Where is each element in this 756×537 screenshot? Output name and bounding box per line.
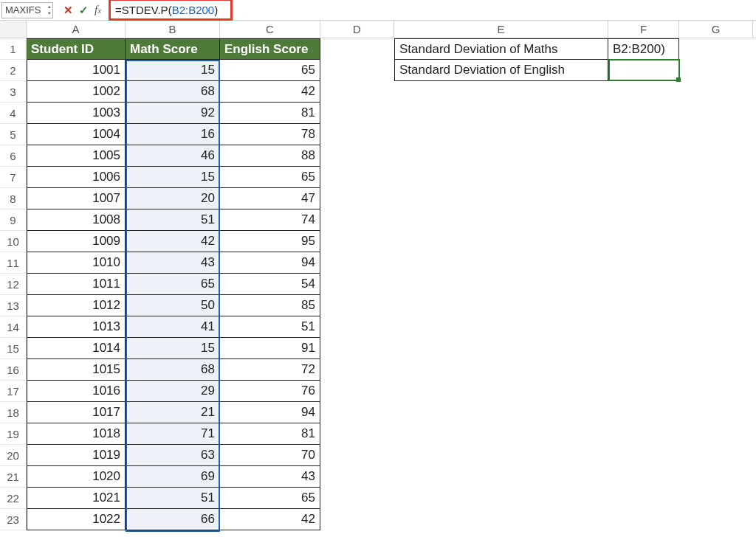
cell-student-id[interactable]: 1009 bbox=[27, 231, 126, 252]
cell[interactable] bbox=[394, 103, 608, 124]
cell[interactable] bbox=[679, 445, 753, 466]
cell-english-score[interactable]: 74 bbox=[220, 209, 320, 231]
cell[interactable] bbox=[394, 423, 608, 445]
cell[interactable] bbox=[679, 81, 753, 103]
cell[interactable] bbox=[394, 231, 608, 252]
cell[interactable] bbox=[679, 295, 753, 316]
row-header[interactable]: 2 bbox=[0, 60, 27, 81]
cell-student-id[interactable]: 1021 bbox=[27, 488, 126, 509]
cell-english-score[interactable]: 85 bbox=[220, 295, 320, 316]
cell-english-score[interactable]: 94 bbox=[220, 402, 320, 423]
cell[interactable] bbox=[608, 81, 679, 103]
cell-math-score[interactable]: 50 bbox=[126, 295, 220, 316]
row-header[interactable]: 12 bbox=[0, 274, 27, 295]
cell[interactable] bbox=[320, 167, 394, 188]
cell-english-score[interactable]: 81 bbox=[220, 423, 320, 445]
cell[interactable] bbox=[608, 252, 679, 274]
cell-student-id[interactable]: 1007 bbox=[27, 188, 126, 209]
row-header[interactable]: 14 bbox=[0, 316, 27, 338]
name-box[interactable]: MAXIFS ▴▾ bbox=[1, 2, 53, 18]
cancel-icon[interactable]: ✕ bbox=[63, 4, 73, 17]
cell-math-score[interactable]: 68 bbox=[126, 81, 220, 103]
cell-math-score[interactable]: 29 bbox=[126, 381, 220, 402]
cell[interactable] bbox=[608, 274, 679, 295]
cell[interactable] bbox=[320, 466, 394, 488]
cell-math-score[interactable]: 41 bbox=[126, 316, 220, 338]
cell[interactable] bbox=[608, 316, 679, 338]
col-header-B[interactable]: B bbox=[126, 21, 220, 38]
cell[interactable] bbox=[394, 488, 608, 509]
cell-math-score[interactable]: 66 bbox=[126, 509, 220, 530]
cell-student-id[interactable]: 1017 bbox=[27, 402, 126, 423]
cell[interactable] bbox=[679, 252, 753, 274]
cell[interactable] bbox=[679, 316, 753, 338]
row-header[interactable]: 6 bbox=[0, 145, 27, 167]
cell[interactable] bbox=[320, 274, 394, 295]
cell-english-score[interactable]: 65 bbox=[220, 488, 320, 509]
row-header[interactable]: 16 bbox=[0, 359, 27, 381]
cell-english-score[interactable]: 54 bbox=[220, 274, 320, 295]
cell-math-score[interactable]: 21 bbox=[126, 402, 220, 423]
row-header[interactable]: 17 bbox=[0, 381, 27, 402]
row-header[interactable]: 7 bbox=[0, 167, 27, 188]
cell[interactable] bbox=[320, 209, 394, 231]
fx-icon[interactable]: fx bbox=[94, 4, 101, 16]
cell-english-score[interactable]: 42 bbox=[220, 81, 320, 103]
row-header[interactable]: 18 bbox=[0, 402, 27, 423]
cell[interactable] bbox=[679, 274, 753, 295]
cell[interactable] bbox=[394, 381, 608, 402]
cell-english-score[interactable]: 78 bbox=[220, 124, 320, 145]
cell-student-id[interactable]: 1005 bbox=[27, 145, 126, 167]
cell[interactable] bbox=[320, 124, 394, 145]
cell[interactable] bbox=[320, 316, 394, 338]
cell[interactable] bbox=[394, 445, 608, 466]
cell[interactable] bbox=[394, 145, 608, 167]
cell[interactable] bbox=[608, 231, 679, 252]
cell[interactable] bbox=[608, 145, 679, 167]
cell[interactable] bbox=[679, 60, 753, 81]
row-header[interactable]: 4 bbox=[0, 103, 27, 124]
row-header[interactable]: 1 bbox=[0, 38, 27, 60]
cell[interactable] bbox=[608, 445, 679, 466]
col-header-F[interactable]: F bbox=[608, 21, 679, 38]
cell[interactable] bbox=[608, 209, 679, 231]
cell-student-id[interactable]: 1016 bbox=[27, 381, 126, 402]
row-header[interactable]: 21 bbox=[0, 466, 27, 488]
cell[interactable] bbox=[608, 466, 679, 488]
cell[interactable] bbox=[320, 423, 394, 445]
cell[interactable] bbox=[394, 402, 608, 423]
cell[interactable] bbox=[320, 81, 394, 103]
cell-student-id[interactable]: 1002 bbox=[27, 81, 126, 103]
cell[interactable] bbox=[679, 124, 753, 145]
cell[interactable] bbox=[608, 103, 679, 124]
cell-student-id[interactable]: 1015 bbox=[27, 359, 126, 381]
cell[interactable] bbox=[394, 359, 608, 381]
row-header[interactable]: 15 bbox=[0, 338, 27, 359]
cell-student-id[interactable]: 1019 bbox=[27, 445, 126, 466]
cell[interactable] bbox=[608, 423, 679, 445]
cell-math-score[interactable]: 51 bbox=[126, 488, 220, 509]
cell-student-id[interactable]: 1012 bbox=[27, 295, 126, 316]
cell[interactable] bbox=[394, 167, 608, 188]
cell-english-score[interactable]: 94 bbox=[220, 252, 320, 274]
cell[interactable] bbox=[608, 509, 679, 530]
row-header[interactable]: 9 bbox=[0, 209, 27, 231]
col-header-D[interactable]: D bbox=[320, 21, 394, 38]
cell[interactable] bbox=[394, 274, 608, 295]
cell[interactable] bbox=[679, 488, 753, 509]
cell[interactable] bbox=[320, 509, 394, 530]
row-header[interactable]: 11 bbox=[0, 252, 27, 274]
cell-student-id[interactable]: 1004 bbox=[27, 124, 126, 145]
cell[interactable] bbox=[679, 381, 753, 402]
row-header[interactable]: 19 bbox=[0, 423, 27, 445]
cell[interactable] bbox=[679, 509, 753, 530]
cell-student-id[interactable]: 1014 bbox=[27, 338, 126, 359]
cell-math-score[interactable]: 68 bbox=[126, 359, 220, 381]
cell-student-id[interactable]: 1010 bbox=[27, 252, 126, 274]
cell-student-id[interactable]: 1008 bbox=[27, 209, 126, 231]
cell[interactable] bbox=[679, 359, 753, 381]
cell-english-score[interactable]: 43 bbox=[220, 466, 320, 488]
cell-english-score[interactable]: 47 bbox=[220, 188, 320, 209]
cell[interactable] bbox=[608, 359, 679, 381]
cell-stdev-maths-value[interactable]: B2:B200) bbox=[608, 38, 679, 60]
